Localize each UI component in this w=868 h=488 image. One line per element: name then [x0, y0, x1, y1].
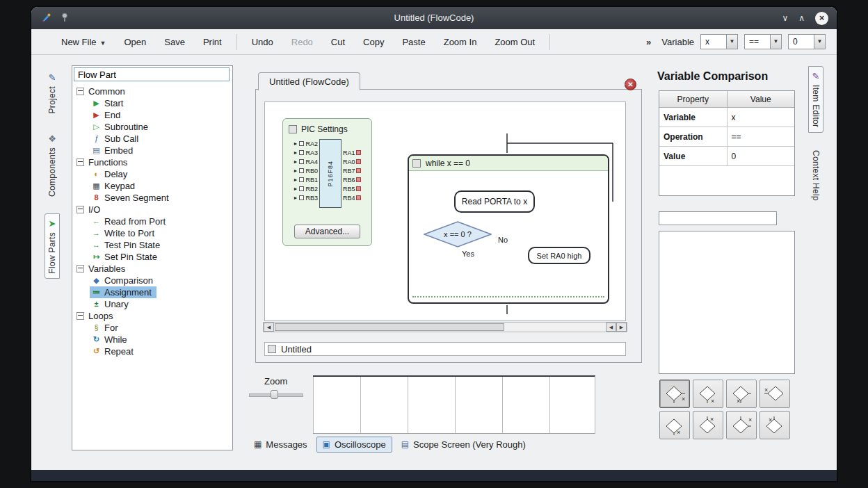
tree-item-while[interactable]: While — [90, 334, 132, 345]
chevron-up-button[interactable]: ∧ — [798, 11, 805, 25]
zoom-out-button[interactable]: Zoom Out — [485, 32, 544, 52]
property-value-cell[interactable]: x — [727, 108, 794, 127]
pic-settings-title: PIC Settings — [301, 124, 348, 134]
tree-item-write-to-port[interactable]: Write to Port — [90, 227, 159, 239]
chevron-down-button[interactable]: ∨ — [782, 11, 788, 25]
advanced-button[interactable]: Advanced... — [294, 225, 360, 238]
close-document-button[interactable]: ✕ — [625, 79, 636, 90]
undo-button[interactable]: Undo — [243, 32, 282, 52]
table-row[interactable]: Value 0 — [659, 147, 794, 166]
tree-item-repeat[interactable]: Repeat — [90, 345, 138, 357]
operator-select[interactable]: == ▼ — [744, 34, 782, 49]
tree-group-common[interactable]: Common — [74, 86, 231, 97]
macro-tab-bar[interactable]: Untitled — [264, 342, 626, 356]
item-editor-list-box[interactable] — [659, 231, 795, 374]
tree-item-set-pin-state[interactable]: Set Pin State — [90, 251, 162, 263]
tab-context-help[interactable]: Context Help — [809, 145, 823, 206]
pic-settings-panel[interactable]: PIC Settings ►RA2 ►RA3 ►RA4 ►RB0 ►RB1 ►R… — [282, 118, 372, 246]
comparison-template-button-5[interactable]: × — [659, 411, 690, 439]
comparison-template-button-1[interactable]: × — [659, 380, 690, 408]
tab-item-editor[interactable]: Item Editor — [808, 66, 823, 133]
chevron-down-icon[interactable]: ▼ — [770, 35, 781, 49]
tree-item-seven-segment[interactable]: Seven Segment — [90, 192, 174, 204]
tree-group-io[interactable]: I/O — [74, 204, 231, 215]
toolbar-overflow-button[interactable]: » — [646, 37, 651, 47]
cut-button[interactable]: Cut — [322, 32, 354, 52]
tree-item-embed[interactable]: Embed — [90, 145, 138, 156]
tab-components[interactable]: Components — [45, 129, 59, 202]
pin-label: RB7 — [343, 168, 355, 174]
tab-messages[interactable]: Messages — [248, 437, 313, 452]
zoom-slider[interactable] — [249, 390, 303, 399]
table-row[interactable]: Operation == — [659, 127, 794, 147]
property-value-cell[interactable]: 0 — [727, 147, 794, 166]
close-window-button[interactable]: × — [815, 12, 828, 25]
zoom-in-button[interactable]: Zoom In — [435, 32, 486, 52]
copy-button[interactable]: Copy — [354, 32, 393, 52]
property-value-cell[interactable]: == — [727, 127, 794, 147]
tree-item-sub-call[interactable]: Sub Call — [90, 133, 143, 145]
chevron-down-icon[interactable]: ▼ — [814, 35, 825, 49]
tree-group-variables[interactable]: Variables — [74, 263, 231, 275]
embed-icon — [91, 145, 102, 156]
comparison-template-button-8[interactable]: × — [760, 411, 790, 439]
tab-scope-screen[interactable]: Scope Screen (Very Rough) — [396, 437, 531, 452]
paste-button[interactable]: Paste — [393, 32, 434, 52]
tab-oscilloscope[interactable]: Oscilloscope — [316, 437, 392, 453]
tree-item-label: Set Pin State — [104, 252, 157, 262]
flowchart-canvas[interactable]: PIC Settings ►RA2 ►RA3 ►RA4 ►RB0 ►RB1 ►R… — [264, 101, 626, 321]
save-button[interactable]: Save — [155, 32, 194, 52]
scroll-left-button[interactable]: ◀ — [264, 323, 274, 332]
collapse-icon[interactable] — [77, 312, 84, 320]
tree-item-label: Start — [104, 98, 123, 108]
tree-group-loops[interactable]: Loops — [74, 310, 231, 322]
tree-item-subroutine[interactable]: Subroutine — [90, 121, 153, 133]
comparison-template-button-3[interactable]: × — [726, 380, 757, 408]
open-button[interactable]: Open — [115, 32, 156, 52]
tree-group-functions[interactable]: Functions — [74, 156, 231, 168]
comparison-template-button-7[interactable]: × — [726, 411, 757, 439]
collapse-icon[interactable] — [77, 206, 84, 213]
new-file-button[interactable]: New File▼ — [52, 32, 115, 52]
horizontal-scrollbar[interactable]: ◀ ◀ ▶ — [263, 322, 627, 332]
property-column-header: Property — [659, 91, 727, 108]
tree-item-delay[interactable]: Delay — [90, 168, 132, 180]
oscilloscope-icon — [323, 440, 330, 448]
comparison-template-button-6[interactable]: × — [693, 411, 723, 439]
scrollbar-thumb[interactable] — [275, 323, 504, 331]
tree-item-unary[interactable]: Unary — [90, 298, 134, 310]
item-editor-text-input[interactable] — [659, 211, 777, 225]
collapse-icon[interactable] — [77, 88, 84, 95]
comparison-template-button-2[interactable]: × — [693, 380, 723, 408]
right-tab-strip: Item Editor Context Help — [805, 66, 826, 206]
table-row[interactable]: Variable x — [659, 108, 794, 127]
value-select[interactable]: 0 ▼ — [788, 34, 826, 49]
pin-square — [356, 195, 361, 200]
scroll-left-button[interactable]: ◀ — [606, 323, 616, 332]
chevron-down-icon[interactable]: ▼ — [726, 35, 737, 49]
comparison-template-button-4[interactable]: × — [760, 380, 790, 408]
pin-label: RA3 — [305, 149, 318, 156]
tree-item-assignment[interactable]: Assignment — [90, 286, 156, 298]
variable-select[interactable]: x ▼ — [700, 34, 738, 49]
tree-item-read-from-port[interactable]: Read from Port — [90, 215, 170, 227]
flow-part-filter-input[interactable] — [74, 67, 230, 81]
set-ra0-node[interactable]: Set RA0 high — [528, 247, 590, 264]
tree-item-for[interactable]: For — [90, 322, 123, 334]
no-branch-label: No — [498, 236, 508, 244]
tree-item-start[interactable]: Start — [90, 97, 128, 109]
decision-node[interactable]: x == 0 ? — [424, 221, 492, 247]
print-button[interactable]: Print — [194, 32, 231, 52]
scroll-right-button[interactable]: ▶ — [616, 323, 627, 332]
tree-item-keypad[interactable]: Keypad — [90, 180, 140, 192]
tree-item-test-pin-state[interactable]: Test Pin State — [90, 239, 165, 251]
tree-item-comparison[interactable]: Comparison — [90, 275, 158, 286]
collapse-icon[interactable] — [77, 158, 84, 166]
tab-project[interactable]: Project — [45, 68, 59, 118]
document-tab[interactable]: Untitled (FlowCode) — [258, 72, 360, 90]
collapse-icon[interactable] — [77, 265, 84, 273]
slider-thumb[interactable] — [271, 390, 278, 399]
read-porta-node[interactable]: Read PORTA to x — [454, 190, 535, 213]
tab-flow-parts[interactable]: Flow Parts — [45, 213, 60, 279]
tree-item-end[interactable]: End — [90, 109, 125, 121]
